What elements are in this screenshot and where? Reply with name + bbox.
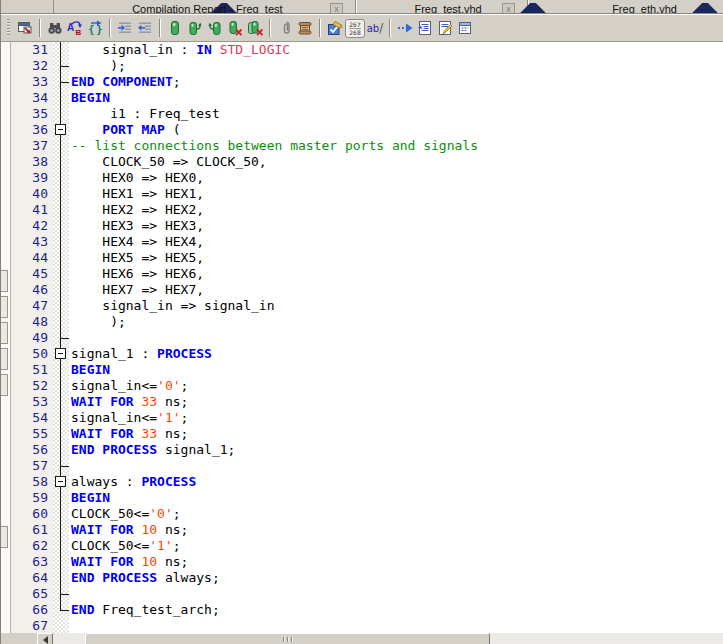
code-text[interactable]: END PROCESS always;	[69, 570, 723, 586]
analyze-current-file-button[interactable]	[325, 18, 345, 38]
insert-file-button[interactable]	[275, 18, 295, 38]
delete-all-bookmarks-button[interactable]	[245, 18, 265, 38]
increase-indent-button[interactable]	[115, 18, 135, 38]
code-text[interactable]: END COMPONENT;	[69, 74, 723, 90]
code-line: 50signal_1 : PROCESS	[11, 346, 723, 362]
code-text[interactable]: PORT MAP (	[69, 122, 723, 138]
code-text[interactable]: END PROCESS signal_1;	[69, 442, 723, 458]
code-text[interactable]: signal_1 : PROCESS	[69, 346, 723, 362]
code-text[interactable]: HEX4 => HEX4,	[69, 234, 723, 250]
code-text[interactable]: WAIT FOR 33 ns;	[69, 426, 723, 442]
line-number: 31	[11, 42, 53, 58]
scrollbar-corner	[1, 633, 37, 644]
code-text[interactable]: HEX6 => HEX6,	[69, 266, 723, 282]
fold-margin	[53, 330, 69, 346]
code-text[interactable]: BEGIN	[69, 90, 723, 106]
fold-collapse-toggle[interactable]	[55, 348, 66, 359]
code-line: 45 HEX6 => HEX6,	[11, 266, 723, 282]
code-text[interactable]: CLOCK_50 => CLOCK_50,	[69, 154, 723, 170]
code-text[interactable]: HEX0 => HEX0,	[69, 170, 723, 186]
toolbar-grip-handle[interactable]	[7, 19, 10, 37]
scroll-left-button[interactable]	[37, 633, 53, 644]
tab-freq-test-vhd[interactable]: Freq_test.vhdx	[357, 0, 527, 14]
code-text[interactable]: i1 : Freq_test	[69, 106, 723, 122]
code-text[interactable]: END Freq_test_arch;	[69, 602, 723, 618]
fold-margin	[53, 490, 69, 506]
code-text[interactable]: WAIT FOR 10 ns;	[69, 522, 723, 538]
insert-bookmark-button[interactable]	[165, 18, 185, 38]
code-text[interactable]: );	[69, 314, 723, 330]
attach-window-button[interactable]	[15, 18, 35, 38]
find-matching-delimiter-button[interactable]	[85, 18, 105, 38]
tab-close-button[interactable]: x	[502, 3, 515, 15]
fold-collapse-toggle[interactable]	[55, 124, 66, 135]
fold-margin	[53, 586, 69, 602]
fold-margin	[53, 202, 69, 218]
line-number: 48	[11, 314, 53, 330]
code-line: 64END PROCESS always;	[11, 570, 723, 586]
document-properties-button[interactable]	[455, 18, 475, 38]
code-text[interactable]: WAIT FOR 10 ns;	[69, 554, 723, 570]
previous-bookmark-button[interactable]	[205, 18, 225, 38]
code-text[interactable]: HEX1 => HEX1,	[69, 186, 723, 202]
code-text[interactable]: HEX3 => HEX3,	[69, 218, 723, 234]
code-text[interactable]: HEX7 => HEX7,	[69, 282, 723, 298]
code-text[interactable]: BEGIN	[69, 490, 723, 506]
fold-line	[60, 442, 61, 458]
code-text[interactable]: signal_in<='1';	[69, 410, 723, 426]
fold-margin	[53, 346, 69, 362]
code-text[interactable]	[69, 458, 723, 474]
delete-bookmark-button[interactable]	[225, 18, 245, 38]
code-text[interactable]: CLOCK_50<='1';	[69, 538, 723, 554]
code-text[interactable]: CLOCK_50<='0';	[69, 506, 723, 522]
line-number: 49	[11, 330, 53, 346]
tab-freq-eth-vhd[interactable]: Freq_eth.vhd	[529, 0, 723, 14]
code-text[interactable]: );	[69, 58, 723, 74]
code-text[interactable]: signal_in<='0';	[69, 378, 723, 394]
line-number: 59	[11, 490, 53, 506]
document-outline-button[interactable]	[415, 18, 435, 38]
next-bookmark-button[interactable]	[185, 18, 205, 38]
code-text[interactable]: HEX2 => HEX2,	[69, 202, 723, 218]
go-to-statement-button[interactable]	[395, 18, 415, 38]
line-number: 66	[11, 602, 53, 618]
scrollbar-track[interactable]	[53, 633, 723, 644]
fold-line	[60, 506, 61, 522]
insert-template-button[interactable]	[295, 18, 315, 38]
replace-button[interactable]	[65, 18, 85, 38]
tab-close-button[interactable]: x	[330, 3, 343, 15]
code-text[interactable]	[69, 618, 723, 633]
fold-margin	[53, 282, 69, 298]
fold-line	[60, 426, 61, 442]
tab-compilation-report-freq-test[interactable]: Compilation Report - Freq_testx	[54, 0, 355, 14]
decrease-indent-button[interactable]	[135, 18, 155, 38]
toolbar-separator	[109, 19, 111, 37]
code-text[interactable]: signal_in : IN STD_LOGIC	[69, 42, 723, 58]
line-number: 43	[11, 234, 53, 250]
window-icon	[17, 20, 33, 36]
code-text[interactable]: HEX5 => HEX5,	[69, 250, 723, 266]
code-text[interactable]	[69, 330, 723, 346]
clipped-panel-box	[1, 374, 8, 396]
line-number: 52	[11, 378, 53, 394]
fold-margin	[53, 442, 69, 458]
line-number: 44	[11, 250, 53, 266]
bookmark-prev-icon	[207, 20, 223, 36]
code-text[interactable]: -- list connections between master ports…	[69, 138, 723, 154]
fold-margin	[53, 138, 69, 154]
document-edit-button[interactable]	[435, 18, 455, 38]
code-text[interactable]	[69, 586, 723, 602]
code-line: 65	[11, 586, 723, 602]
code-text[interactable]: always : PROCESS	[69, 474, 723, 490]
fold-collapse-toggle[interactable]	[55, 476, 66, 487]
fold-line	[60, 170, 61, 186]
scrollbar-thumb[interactable]	[85, 633, 490, 644]
toolbar-separator	[389, 19, 391, 37]
code-text[interactable]: signal_in => signal_in	[69, 298, 723, 314]
find-button[interactable]	[45, 18, 65, 38]
code-line: 61WAIT FOR 10 ns;	[11, 522, 723, 538]
code-text[interactable]: BEGIN	[69, 362, 723, 378]
show-line-numbers-button[interactable]: 267268	[345, 18, 365, 38]
code-text[interactable]: WAIT FOR 33 ns;	[69, 394, 723, 410]
comment-text-button[interactable]: ab/	[365, 18, 385, 38]
